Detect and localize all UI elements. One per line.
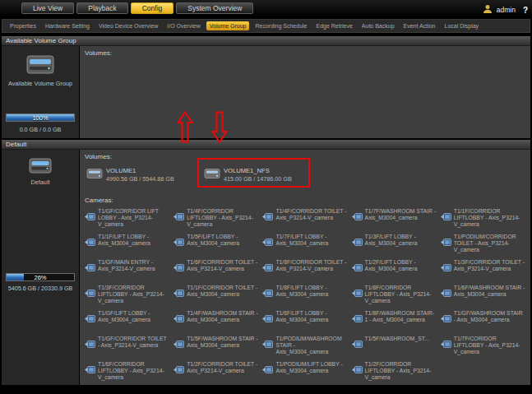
camera-item[interactable]: T1/5F/LIFT LOBBY - Axis_M3004_camera [173, 234, 258, 255]
camera-icon [262, 336, 273, 351]
available-group-label: Available Volume Group [2, 77, 79, 87]
camera-icon [85, 234, 95, 249]
cameras-label: Cameras: [85, 197, 525, 204]
user-area: admin ? [483, 2, 528, 17]
sub-tab-video-device-overview[interactable]: Video Device Overview [95, 21, 161, 30]
camera-icon [352, 336, 363, 351]
default-volumes-label: Volumes: [85, 153, 525, 160]
camera-item[interactable]: T1/3F/LIFT LOBBY - Axis_M3004_camera [352, 234, 437, 255]
camera-item[interactable]: T1/1F/CORRIDOR TOILET - Axis_M3004_camer… [173, 285, 258, 306]
sub-tab-hardware-setting[interactable]: Hardware Setting [42, 21, 93, 30]
available-usage-percent: 100% [7, 114, 74, 121]
camera-label: T1/8F/LIFT LOBBY - Axis_M3004_camera [275, 285, 347, 298]
camera-label: T1/GF/CORRIDOR TOILET - Axis_P3214-V_cam… [98, 336, 169, 349]
available-group-header: Available Volume Group [2, 36, 530, 46]
camera-icon [262, 260, 273, 275]
camera-item[interactable]: T1/2F/CORRIDOR LIFTLOBBY - Axis_P3214-V_… [352, 361, 437, 382]
camera-icon [173, 234, 184, 249]
user-name: admin [497, 6, 516, 14]
camera-icon [352, 234, 363, 249]
camera-label: T1/1F/LIFT LOBBY - Axis_M3004_camera [98, 234, 169, 247]
camera-item[interactable]: T1/7F/LIFT LOBBY - Axis_M3004_camera [262, 234, 347, 255]
camera-item[interactable]: T1/6F/WASHROOM STAIR - Axis_M3004_camera [441, 285, 525, 306]
camera-item[interactable]: T1/6F/LIFT LOBBY - Axis_M3004_camera [262, 310, 347, 331]
volume-item-volume1[interactable]: VOLUME1 4990.56 GB / 5544.88 GB [86, 167, 189, 183]
camera-icon [173, 260, 184, 275]
camera-item[interactable]: T1/8F/CORRIDOR TOILET - Axis_P3214-V_cam… [262, 259, 347, 280]
camera-label: T1/1F/CORRIDOR TOILET - Axis_M3004_camer… [187, 285, 258, 298]
camera-icon [352, 311, 363, 326]
sub-tab-properties[interactable]: Properties [7, 21, 39, 30]
top-tab-config[interactable]: Config [131, 2, 174, 14]
camera-item[interactable]: T1/3F/CORRIDOR LIFTLOBBY - Axis_P3214-V_… [85, 285, 169, 306]
camera-item[interactable]: T1/4F/CORRIDOR TOILET - Axis_P3214-V_cam… [262, 208, 347, 229]
camera-label: T1/6F/WASHROOM STAIR - Axis_M3004_camera [454, 285, 525, 298]
camera-label: T1/PODIUM/CORRIDOR TOILET - Axis_P3214-V… [454, 234, 525, 253]
top-nav-tabs: Live ViewPlaybackConfigSystem Overview [21, 2, 253, 14]
camera-item[interactable]: T1/2F/LIFT LOBBY - Axis_M3004_camera [352, 259, 437, 280]
volume-item-volume1-nfs[interactable]: VOLUME1_NFS 415.00 GB / 14786.00 GB [204, 167, 307, 183]
volume-name: VOLUME1_NFS [224, 167, 292, 174]
camera-item[interactable]: T1/GF/CORRIDOR TOILET - Axis_P3214-V_cam… [85, 336, 169, 357]
sub-tab-event-action[interactable]: Event Action [400, 21, 439, 30]
available-group-panel[interactable]: Available Volume Group 100% 0.0 GB / 0.0… [2, 46, 79, 138]
camera-item[interactable]: T1/8F/LIFT LOBBY - Axis_M3004_camera [262, 285, 347, 306]
app-window: Live ViewPlaybackConfigSystem Overview a… [0, 0, 532, 394]
sub-tab-volume-group[interactable]: Volume Group [206, 21, 250, 30]
camera-item[interactable]: T1/PODIUM/CORRIDOR TOILET - Axis_P3214-V… [441, 234, 525, 255]
camera-item[interactable]: T1/1F/CORRIDOR LIFTLOBBY - Axis_P3214-V_… [441, 208, 525, 229]
top-nav: Live ViewPlaybackConfigSystem Overview a… [0, 0, 532, 16]
camera-item[interactable]: T1/1F/LIFT LOBBY - Axis_M3004_camera [85, 234, 169, 255]
sub-tab-i-o-overview[interactable]: I/O Overview [164, 21, 203, 30]
camera-label: T1/8F/CORRIDOR LIFTLOBBY - Axis_P3214-V_… [365, 285, 437, 304]
sub-tab-local-display[interactable]: Local Display [441, 21, 482, 30]
camera-item[interactable]: T1/5F/WASHROOM STAIR - Axis_M3004_camera [173, 336, 258, 357]
sub-tab-edge-retrieve[interactable]: Edge Retrieve [313, 21, 356, 30]
camera-item[interactable]: T1/4F/WASHROOM STAIR - Axis_M3004_camera [173, 310, 258, 331]
camera-icon [173, 336, 184, 351]
camera-item[interactable]: T1/6F/CORRIDOR TOILET - Axis_P3214-V_cam… [173, 259, 258, 280]
camera-item[interactable]: T1/8F/CORRIDOR LIFTLOBBY - Axis_P3214-V_… [352, 285, 437, 306]
camera-label: T1/7F/WASHROOM STAIR - Axis_M3004_camera [365, 208, 437, 221]
available-volume-group-section: Available Volume Group Available Volume … [2, 36, 530, 138]
camera-item[interactable]: T1/GF/WASHROOM STAIR - Axis_M3004_camera [441, 310, 525, 331]
default-usage-bar: 26% [6, 273, 75, 281]
camera-item[interactable]: T1/3F/CORRIDOR TOILET - Axis_P3214-V_cam… [441, 259, 525, 280]
camera-icon [352, 285, 363, 300]
top-tab-system-overview[interactable]: System Overview [176, 2, 253, 14]
camera-item[interactable]: T1/5F/WASHROOM_ST... [352, 336, 437, 357]
camera-item[interactable]: T1/7F/WASHROOM STAIR - Axis_M3004_camera [352, 208, 437, 229]
default-group-panel[interactable]: Default 26% 5405.6 GB / 20330.9 GB [2, 150, 79, 385]
camera-item[interactable]: T1/GF/MAIN ENTRY - Axis_P3214-V_camera [85, 259, 169, 280]
default-volumes-area: Volumes: VOLUME1 4990.56 GB / 5544.88 GB… [80, 150, 530, 385]
user-icon [483, 2, 493, 17]
camera-item[interactable]: T1/4F/CORRIDOR LIFTLOBBY - Axis_P3214-V_… [173, 208, 258, 229]
camera-item[interactable]: T1/7F/CORIDOR LIFTLOBBY - Axis_P3214-V_c… [441, 336, 525, 357]
camera-item[interactable]: T1/GF/CORRIDOR LIFT LOBBY - Axis_P3214-V… [85, 208, 169, 229]
sub-tab-auto-backup[interactable]: Auto Backup [359, 21, 398, 30]
camera-icon [441, 336, 451, 351]
sub-tab-recording-schedule[interactable]: Recording Schedule [252, 21, 310, 30]
camera-icon [173, 311, 184, 326]
camera-item[interactable]: T1/PODIUM/WASHROOM STAIR - Axis_M3004_ca… [262, 336, 347, 357]
cameras-grid: T1/GF/CORRIDOR LIFT LOBBY - Axis_P3214-V… [85, 208, 525, 382]
camera-item[interactable]: T1/PODIUM/LIFT LOBBY - Axis_M3004_camera [262, 361, 347, 382]
camera-item[interactable]: T1/6F/CORRIDOR LIFTLOBBY - Axis_P3214-V_… [85, 361, 169, 382]
help-button[interactable]: ? [523, 6, 528, 15]
camera-label: T1/7F/LIFT LOBBY - Axis_M3004_camera [275, 234, 347, 247]
default-volume-group-section: Default Default 26% 5405.6 GB / 20330.9 … [2, 140, 530, 385]
volumes-row: VOLUME1 4990.56 GB / 5544.88 GB VOLUME1_… [86, 167, 525, 183]
camera-item[interactable]: T1/GF/LIFT LOBBY - Axis_M3004_camera [85, 310, 169, 331]
default-usage-percent: 26% [7, 274, 74, 280]
top-tab-playback[interactable]: Playback [76, 2, 128, 14]
camera-icon [262, 209, 273, 224]
camera-label: T1/2F/CORRIDOR TOILET - Axis_P3214-V_cam… [187, 361, 258, 374]
camera-label: T1/7F/CORIDOR LIFTLOBBY - Axis_P3214-V_c… [454, 336, 525, 355]
available-usage-bar: 100% [6, 114, 75, 122]
top-tab-live-view[interactable]: Live View [21, 2, 74, 14]
available-group-icon [2, 53, 79, 77]
camera-item[interactable]: T1/2F/CORRIDOR TOILET - Axis_P3214-V_cam… [173, 361, 258, 382]
camera-label: T1/3F/CORRIDOR TOILET - Axis_P3214-V_cam… [454, 259, 525, 272]
camera-item[interactable]: T1/8F/WASHROOM STAIR-1 - Axis_M3004_came… [352, 310, 437, 331]
camera-label: T1/GF/WASHROOM STAIR - Axis_M3004_camera [454, 310, 525, 323]
